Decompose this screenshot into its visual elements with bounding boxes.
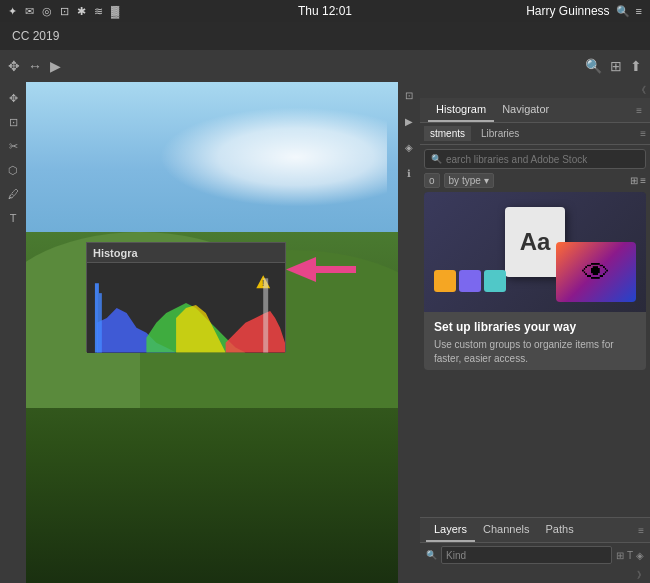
- tool-2[interactable]: ⊡: [3, 112, 23, 132]
- panel-collapse-bar-top: 《: [420, 82, 650, 98]
- menubar-left: ✦ ✉ ◎ ⊡ ✱ ≋ ▓: [8, 5, 119, 18]
- panel-menu-icon[interactable]: ≡: [636, 105, 642, 116]
- svg-rect-9: [263, 278, 268, 352]
- bottom-search: 🔍 Kind ⊞ T ◈: [420, 543, 650, 567]
- tab-navigator[interactable]: Navigator: [494, 98, 557, 122]
- tool-5[interactable]: 🖊: [3, 184, 23, 204]
- eye-symbol: 👁: [582, 256, 610, 289]
- tool-6[interactable]: T: [3, 208, 23, 228]
- tool-1[interactable]: ✥: [3, 88, 23, 108]
- libraries-search[interactable]: 🔍 earch libraries and Adobe Stock: [424, 149, 646, 169]
- adj-libs-bar: stments Libraries ≡: [420, 123, 650, 145]
- tab-histogram[interactable]: Histogram: [428, 98, 494, 122]
- filter-row: o by type ▾ ⊞ ≡: [424, 173, 646, 188]
- toolbar: ✥ ↔ ▶ 🔍 ⊞ ⬆: [0, 50, 650, 82]
- histogram-chart: !: [87, 263, 285, 353]
- menubar-time: Thu 12:01: [298, 4, 352, 18]
- color-swatches: [434, 270, 506, 292]
- collapse-arrows-bottom[interactable]: 》: [637, 569, 646, 582]
- filter-dropdown-2[interactable]: by type ▾: [444, 173, 494, 188]
- display-icon[interactable]: ⊡: [60, 5, 69, 18]
- eye-image: 👁: [556, 242, 636, 302]
- mid-icon-2[interactable]: ▶: [400, 112, 418, 130]
- notification-icon[interactable]: ≡: [636, 5, 642, 17]
- bottom-panel: Layers Channels Paths ≡ 🔍 Kind ⊞ T ◈: [420, 517, 650, 567]
- share-icon[interactable]: ⬆: [630, 58, 642, 74]
- bottom-filter-icons: ⊞ T ◈: [616, 550, 644, 561]
- kind-label: Kind: [446, 550, 466, 561]
- histogram-popup: Histogra !: [86, 242, 286, 352]
- libraries-content: 🔍 earch libraries and Adobe Stock o by t…: [420, 145, 650, 517]
- histogram-popup-body: !: [87, 263, 285, 353]
- histogram-popup-title: Histogra: [93, 247, 138, 259]
- layers-search-icon: 🔍: [426, 550, 437, 560]
- wifi-icon[interactable]: ≋: [94, 5, 103, 18]
- promo-text: Set up libraries your way Use custom gro…: [424, 312, 646, 370]
- search-placeholder: earch libraries and Adobe Stock: [446, 154, 587, 165]
- histogram-popup-header: Histogra: [87, 243, 285, 263]
- view-icon[interactable]: ⊞: [610, 58, 622, 74]
- menubar: ✦ ✉ ◎ ⊡ ✱ ≋ ▓ Thu 12:01 Harry Guinness 🔍…: [0, 0, 650, 22]
- tool-3[interactable]: ✂: [3, 136, 23, 156]
- search-tool[interactable]: 🔍: [585, 58, 602, 74]
- promo-description: Use custom groups to organize items for …: [434, 338, 636, 366]
- privacy-icon[interactable]: ◎: [42, 5, 52, 18]
- filter-icon-1[interactable]: ⊞: [616, 550, 624, 561]
- menubar-right: Harry Guinness 🔍 ≡: [526, 4, 642, 18]
- histogram-navigator-tabs: Histogram Navigator ≡: [420, 98, 650, 123]
- adj-menu-icon[interactable]: ≡: [640, 128, 646, 139]
- search-icon: 🔍: [431, 154, 442, 164]
- promo-title: Set up libraries your way: [434, 320, 636, 334]
- mid-strip: ⊡ ▶ ◈ ℹ: [398, 82, 420, 583]
- tools-panel: ✥ ⊡ ✂ ⬡ 🖊 T: [0, 82, 26, 583]
- tab-layers[interactable]: Layers: [426, 518, 475, 542]
- view-icons: ⊞ ≡: [630, 175, 646, 186]
- swatch-purple: [459, 270, 481, 292]
- bluetooth-icon[interactable]: ✱: [77, 5, 86, 18]
- right-panel: 《 Histogram Navigator ≡ stments Librarie…: [420, 82, 650, 583]
- arrow-svg: [281, 252, 361, 287]
- filter-icon-2[interactable]: T: [627, 550, 633, 561]
- battery-icon: ▓: [111, 5, 119, 17]
- filter-dropdown-1[interactable]: o: [424, 173, 440, 188]
- clouds: [159, 107, 387, 207]
- mail-icon[interactable]: ✉: [25, 5, 34, 18]
- grid-view-icon[interactable]: ⊞: [630, 175, 638, 186]
- spotlight-icon[interactable]: 🔍: [616, 5, 630, 18]
- tab-libraries[interactable]: Libraries: [475, 126, 525, 141]
- bottom-tabs: Layers Channels Paths ≡: [420, 518, 650, 543]
- swatch-cyan: [484, 270, 506, 292]
- canvas-area: Histogra !: [26, 82, 398, 583]
- font-aa-label: Aa: [520, 228, 551, 256]
- move-tool[interactable]: ✥: [8, 58, 20, 74]
- app-title: CC 2019: [12, 29, 59, 43]
- mid-icon-3[interactable]: ◈: [400, 138, 418, 156]
- transform-tool[interactable]: ↔: [28, 58, 42, 74]
- titlebar: CC 2019: [0, 22, 650, 50]
- tool-4[interactable]: ⬡: [3, 160, 23, 180]
- filter-icon-3[interactable]: ◈: [636, 550, 644, 561]
- dropbox-icon[interactable]: ✦: [8, 5, 17, 18]
- tab-paths[interactable]: Paths: [538, 518, 582, 542]
- mid-icon-4[interactable]: ℹ: [400, 164, 418, 182]
- panel-collapse-bar-bottom: 》: [420, 567, 650, 583]
- main-area: ✥ ⊡ ✂ ⬡ 🖊 T Histogra: [0, 82, 650, 583]
- tab-channels[interactable]: Channels: [475, 518, 537, 542]
- svg-marker-10: [286, 257, 356, 282]
- username-label: Harry Guinness: [526, 4, 609, 18]
- swatch-orange: [434, 270, 456, 292]
- svg-rect-7: [95, 283, 99, 352]
- promo-image: Aa 👁: [424, 192, 646, 312]
- layers-search-input[interactable]: Kind: [441, 546, 612, 564]
- promo-card: Aa 👁 Set up libraries your way Us: [424, 192, 646, 370]
- histogram-arrow: [281, 252, 361, 291]
- bottom-tab-menu-icon[interactable]: ≡: [638, 525, 644, 536]
- menubar-center: Thu 12:01: [298, 4, 352, 18]
- camera-icon[interactable]: ▶: [50, 58, 61, 74]
- svg-rect-8: [99, 293, 102, 352]
- mid-icon-1[interactable]: ⊡: [400, 86, 418, 104]
- tab-adjustments[interactable]: stments: [424, 126, 471, 141]
- collapse-arrows-top[interactable]: 《: [637, 84, 646, 97]
- list-view-icon[interactable]: ≡: [640, 175, 646, 186]
